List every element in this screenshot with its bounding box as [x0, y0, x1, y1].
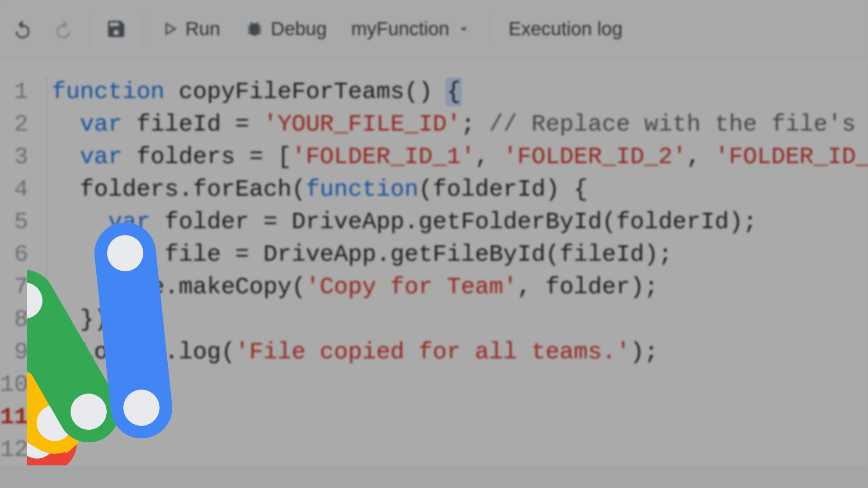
code-line[interactable]: folders.forEach(function(folderId) {: [52, 174, 868, 206]
code-line[interactable]: var fileId = 'YOUR_FILE_ID'; // Replace …: [52, 108, 868, 141]
line-number: 7: [0, 271, 28, 304]
function-selector[interactable]: myFunction: [341, 11, 482, 47]
execution-log-button[interactable]: Execution log: [499, 11, 632, 47]
line-number: 2: [0, 108, 28, 141]
undo-icon: [12, 19, 33, 39]
line-number: 9: [0, 336, 28, 369]
function-selector-label: myFunction: [351, 18, 449, 40]
toolbar-divider: [90, 13, 90, 45]
run-button-label: Run: [185, 18, 220, 40]
toolbar: Run Debug myFunction Execution log: [0, 0, 868, 58]
run-button[interactable]: Run: [151, 11, 230, 47]
line-number: 6: [0, 239, 28, 271]
toolbar-divider: [490, 13, 491, 45]
save-button[interactable]: [98, 11, 134, 47]
bug-icon: [245, 19, 264, 39]
execution-log-label: Execution log: [509, 18, 623, 40]
line-number: 3: [0, 141, 28, 174]
code-line[interactable]: function copyFileForTeams() {: [52, 76, 868, 108]
line-number: 4: [0, 174, 28, 206]
redo-button[interactable]: [45, 11, 81, 47]
line-number: 5: [0, 206, 28, 239]
apps-script-logo-icon: [27, 212, 316, 465]
undo-button[interactable]: [5, 11, 41, 47]
line-number: 12: [0, 434, 28, 466]
line-number: 11: [0, 401, 28, 434]
save-icon: [105, 18, 127, 40]
chevron-down-icon: [456, 21, 472, 37]
debug-button-label: Debug: [271, 18, 327, 40]
code-line[interactable]: var folders = ['FOLDER_ID_1', 'FOLDER_ID…: [52, 141, 868, 174]
line-number: 10: [0, 369, 28, 401]
debug-button[interactable]: Debug: [235, 11, 337, 47]
line-number: 1: [0, 76, 28, 108]
toolbar-divider: [142, 13, 143, 45]
redo-icon: [53, 19, 74, 39]
play-icon: [161, 20, 179, 38]
line-number: 8: [0, 304, 28, 336]
